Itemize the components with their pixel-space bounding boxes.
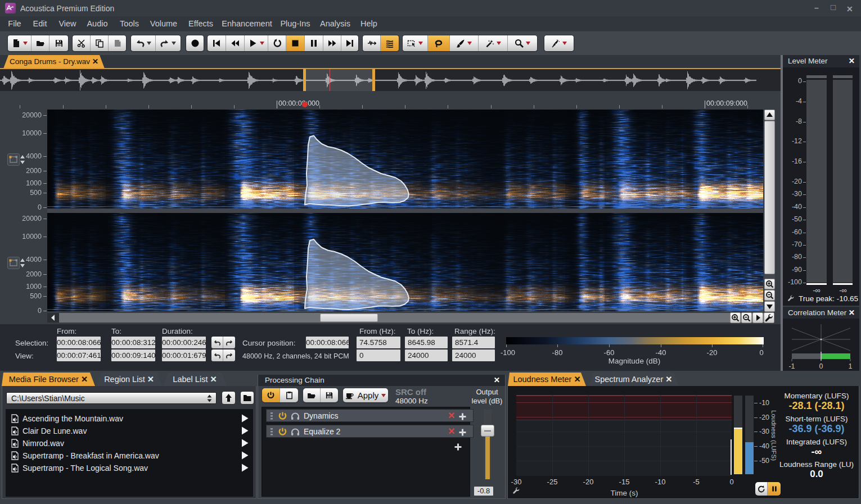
- svg-text:0: 0: [819, 362, 823, 370]
- svg-text:1: 1: [849, 362, 853, 370]
- svg-text:-1: -1: [788, 362, 795, 370]
